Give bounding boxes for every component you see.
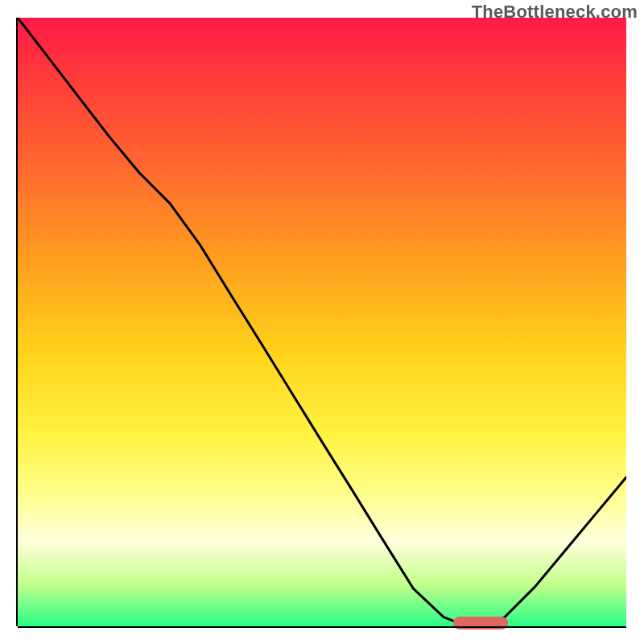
bottleneck-curve [18, 18, 626, 626]
x-axis [18, 626, 626, 628]
y-axis [16, 18, 18, 626]
watermark-text: TheBottleneck.com [472, 2, 638, 23]
bottleneck-chart: TheBottleneck.com [0, 0, 644, 644]
curve-path [18, 18, 626, 625]
